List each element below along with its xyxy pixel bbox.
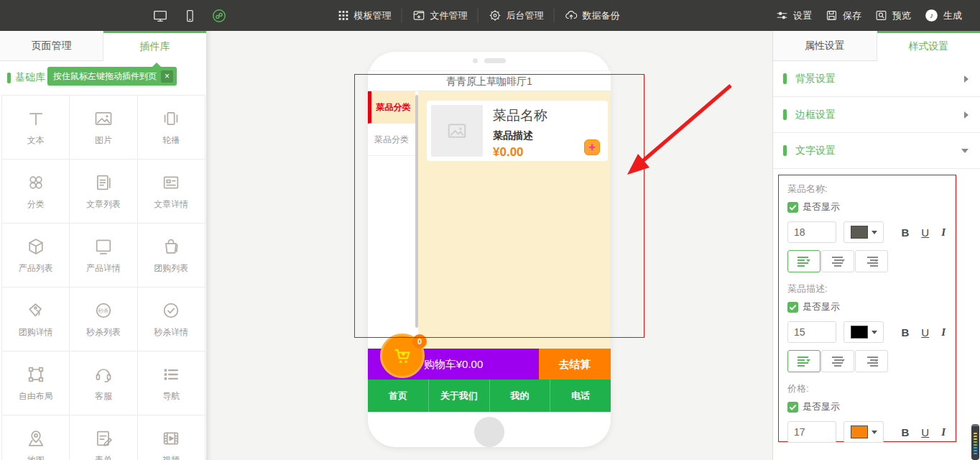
plugin-item[interactable]: 文章列表 (70, 160, 137, 224)
cart-bar: 购物车¥0.00 去结算 0 (368, 349, 611, 380)
plugin-item[interactable]: 团购列表 (138, 224, 205, 288)
menu-label: 后台管理 (507, 9, 544, 22)
plugin-item[interactable]: 秒杀详情 (138, 288, 205, 351)
category-tab[interactable]: 菜品分类 (368, 124, 415, 156)
align-right-button[interactable] (855, 250, 888, 272)
chevron-down-icon (872, 331, 877, 334)
underline-button[interactable]: U (921, 426, 929, 438)
accordion-section[interactable]: 背景设置 (773, 61, 980, 97)
smartphone-device-button[interactable] (182, 9, 197, 23)
article-detail-icon (161, 172, 181, 193)
bottom-nav-item[interactable]: 关于我们 (428, 380, 489, 412)
groupbuy-detail-icon (26, 300, 46, 321)
menu-gear[interactable]: 后台管理 (478, 9, 554, 23)
plugin-label: 团购详情 (19, 326, 53, 339)
underline-button[interactable]: U (921, 226, 929, 239)
bottom-nav-item[interactable]: 电话 (550, 380, 611, 412)
menu-file[interactable]: 文件管理 (402, 9, 478, 23)
plugin-item[interactable]: 轮播 (138, 96, 205, 160)
top-toolbar: 模板管理文件管理后台管理数据备份 设置保存预览♪生成 (0, 0, 980, 31)
color-swatch (851, 326, 868, 339)
menu-sliders[interactable]: 设置 (769, 9, 818, 23)
plugin-label: 自由布局 (19, 390, 53, 402)
tooltip-close-icon[interactable]: × (161, 70, 173, 83)
menu-cloud-upload[interactable]: 数据备份 (554, 9, 630, 23)
home-button[interactable] (474, 417, 504, 447)
menu-label: 预览 (892, 9, 911, 22)
left-panel-tab[interactable]: 页面管理 (0, 31, 103, 61)
font-size-input[interactable] (787, 421, 836, 443)
plugin-item[interactable]: 客服 (70, 351, 137, 415)
font-control-row: BUI (787, 421, 947, 443)
plugin-item[interactable]: 产品详情 (70, 224, 137, 288)
plugin-item[interactable]: 自由布局 (2, 351, 70, 415)
font-size-input[interactable] (787, 321, 836, 343)
align-left-button[interactable] (787, 350, 820, 372)
plugin-item[interactable]: 视频 (138, 415, 205, 460)
right-panel-tab[interactable]: 样式设置 (877, 31, 980, 61)
add-to-cart-button[interactable]: + (584, 139, 600, 155)
plugin-item[interactable]: 图片 (70, 96, 137, 160)
bold-button[interactable]: B (901, 326, 909, 339)
plugin-item[interactable]: 导航 (138, 351, 205, 415)
category-tab[interactable]: 菜品分类 (368, 91, 415, 124)
text-settings-box: 菜品名称:是否显示BUI菜品描述:是否显示BUI价格:是否显示BUI (778, 175, 956, 442)
link-device-button[interactable] (211, 8, 227, 24)
bottom-nav-item[interactable]: 我的 (489, 380, 550, 412)
plugin-item[interactable]: 地图 (2, 415, 70, 460)
font-color-select[interactable] (843, 321, 884, 343)
plugin-label: 文章详情 (154, 198, 188, 211)
align-center-button[interactable] (821, 250, 854, 272)
plugin-label: 团购列表 (154, 262, 188, 275)
underline-button[interactable]: U (921, 326, 929, 339)
menu-save[interactable]: 保存 (818, 9, 868, 23)
show-checkbox[interactable] (787, 202, 798, 213)
section-pill (783, 73, 787, 84)
left-panel-tab[interactable]: 插件库 (103, 31, 206, 61)
menu-generate[interactable]: ♪生成 (917, 9, 969, 23)
plugin-item[interactable]: 产品列表 (2, 224, 70, 288)
monitor-device-button[interactable] (152, 8, 168, 24)
show-checkbox[interactable] (787, 302, 798, 313)
dish-price: ¥0.00 (493, 145, 547, 160)
plugin-label: 图片 (95, 134, 112, 147)
bold-button[interactable]: B (901, 426, 909, 438)
font-size-input[interactable] (787, 221, 836, 243)
menu-grid[interactable]: 模板管理 (328, 9, 402, 23)
bold-button[interactable]: B (901, 226, 909, 239)
cart-button[interactable]: 0 (380, 334, 425, 378)
flashsale-detail-icon (161, 300, 181, 321)
menu-preview[interactable]: 预览 (868, 9, 917, 23)
accordion-section[interactable]: 边框设置 (773, 97, 980, 133)
chevron-down-icon (961, 149, 969, 153)
plugin-item[interactable]: 分类 (2, 160, 70, 224)
menu-label: 保存 (843, 9, 861, 22)
plugin-label: 轮播 (162, 134, 180, 147)
plugin-item[interactable]: 秒杀秒杀列表 (70, 288, 137, 351)
plugin-item[interactable]: 文本 (2, 96, 70, 160)
text-setting-group: 价格:是否显示BUI (787, 382, 947, 443)
page-scrollbar-thumb[interactable] (971, 424, 979, 460)
dish-card[interactable]: 菜品名称 菜品描述 ¥0.00 + (427, 101, 608, 161)
plugin-item[interactable]: 文章详情 (138, 160, 205, 224)
font-color-select[interactable] (843, 421, 884, 443)
italic-button[interactable]: I (941, 226, 946, 239)
font-color-select[interactable] (843, 221, 884, 243)
section-pill (783, 145, 787, 156)
plugin-item[interactable]: 表单 (70, 415, 137, 460)
phone-speaker (368, 58, 611, 63)
bottom-nav-item[interactable]: 首页 (368, 380, 428, 412)
show-checkbox[interactable] (787, 402, 798, 413)
align-left-button[interactable] (787, 250, 820, 272)
checkout-button[interactable]: 去结算 (539, 349, 611, 380)
plugin-item[interactable]: 团购详情 (2, 288, 70, 351)
group-label: 菜品描述: (787, 282, 947, 295)
italic-button[interactable]: I (941, 426, 946, 438)
align-right-button[interactable] (855, 350, 888, 372)
right-panel-tab[interactable]: 属性设置 (773, 31, 877, 61)
menu-plugin-body[interactable]: 菜品分类菜品分类 菜品名称 菜品描述 ¥0.00 + (368, 91, 611, 349)
align-center-button[interactable] (821, 350, 854, 372)
menu-label: 模板管理 (354, 9, 392, 22)
italic-button[interactable]: I (941, 326, 946, 339)
accordion-section[interactable]: 文字设置 (773, 133, 980, 169)
